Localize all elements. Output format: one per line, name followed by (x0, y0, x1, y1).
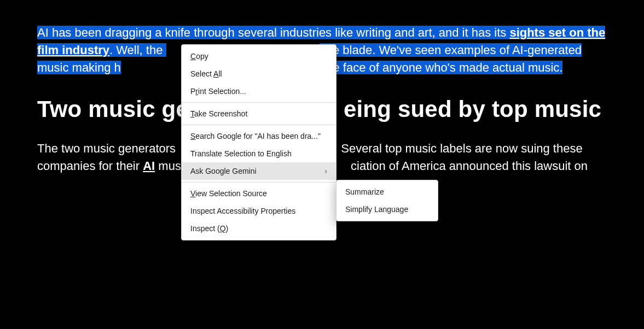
gemini-submenu: Summarize Simplify Language (336, 180, 438, 221)
menu-inspect[interactable]: Inspect (Q) (182, 220, 336, 237)
chevron-right-icon: › (324, 167, 327, 175)
ai-link[interactable]: AI (143, 159, 155, 173)
menu-search-google[interactable]: Search Google for "AI has been dra..." (182, 127, 336, 145)
menu-print-selection[interactable]: Print Selection... (182, 83, 336, 100)
menu-select-all[interactable]: Select All (182, 65, 336, 83)
menu-view-source[interactable]: View Selection Source (182, 185, 336, 202)
menu-translate[interactable]: Translate Selection to English (182, 145, 336, 162)
menu-separator (182, 182, 336, 183)
context-menu: CCopyopy Select All Print Selection... T… (181, 44, 336, 240)
menu-take-screenshot[interactable]: Take Screenshot (182, 105, 336, 122)
menu-ask-gemini[interactable]: Ask Google Gemini › (182, 162, 336, 180)
menu-separator (182, 102, 336, 103)
submenu-summarize[interactable]: Summarize (336, 183, 438, 201)
submenu-simplify[interactable]: Simplify Language (336, 201, 438, 218)
menu-copy[interactable]: CCopyopy (182, 48, 336, 65)
menu-inspect-accessibility[interactable]: Inspect Accessibility Properties (182, 202, 336, 220)
menu-separator (182, 125, 336, 125)
